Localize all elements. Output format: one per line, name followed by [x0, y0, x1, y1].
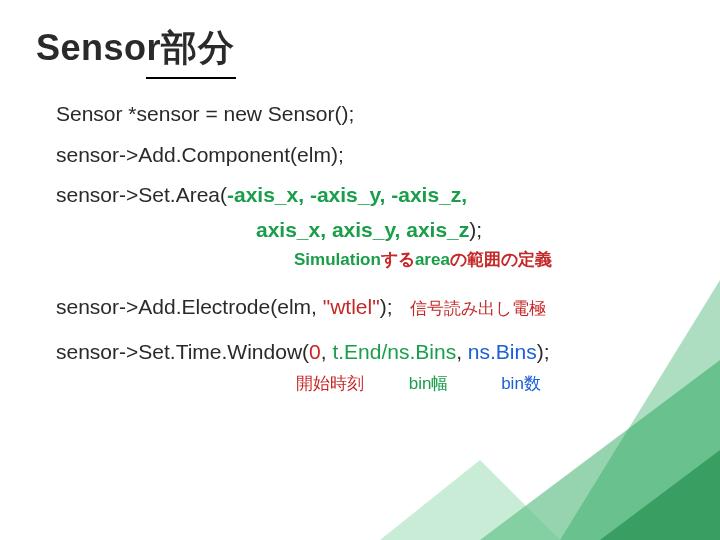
- code-text: );: [380, 295, 393, 318]
- code-line-addelectrode: sensor->Add.Electrode(elm, "wtlel"); 信号読…: [56, 291, 680, 324]
- code-text: );: [469, 218, 482, 241]
- code-text: ,: [456, 340, 468, 363]
- anno-text: area: [415, 250, 450, 269]
- decor-triangle: [380, 460, 560, 540]
- anno-text: Simulation: [294, 250, 381, 269]
- setarea-neg-args: -axis_x, -axis_y, -axis_z,: [227, 183, 467, 206]
- setarea-pos-args: axis_x, axis_y, axis_z: [256, 218, 469, 241]
- code-text: ,: [321, 340, 333, 363]
- code-line-settimewindow: sensor->Set.Time.Window(0, t.End/ns.Bins…: [56, 336, 680, 369]
- annotation-electrode: 信号読み出し電極: [410, 299, 546, 318]
- decor-triangle: [600, 450, 720, 540]
- code-line-setarea-2: axis_x, axis_y, axis_z);: [56, 214, 680, 247]
- label-bin-width: bin幅: [409, 372, 449, 395]
- code-line-new: Sensor *sensor = new Sensor();: [56, 98, 680, 131]
- tw-arg-binwidth: t.End/ns.Bins: [332, 340, 456, 363]
- tw-arg-start: 0: [309, 340, 321, 363]
- tw-arg-nbins: ns.Bins: [468, 340, 537, 363]
- anno-text: の範囲の定義: [450, 250, 552, 269]
- code-text: );: [537, 340, 550, 363]
- code-text: sensor->Add.Electrode(elm,: [56, 295, 323, 318]
- code-text: sensor->Set.Time.Window(: [56, 340, 309, 363]
- title-text: Sensor部分: [36, 27, 234, 68]
- slide: Sensor部分 Sensor *sensor = new Sensor(); …: [0, 0, 720, 540]
- label-bin-count: bin数: [501, 372, 541, 395]
- code-line-setarea-1: sensor->Set.Area(-axis_x, -axis_y, -axis…: [56, 179, 680, 212]
- anno-text: する: [381, 250, 415, 269]
- annotation-timewindow: 開始時刻 bin幅 bin数: [56, 372, 680, 395]
- electrode-arg: "wtlel": [323, 295, 380, 318]
- slide-title: Sensor部分: [36, 24, 234, 73]
- label-start-time: 開始時刻: [296, 372, 364, 395]
- code-line-addcomponent: sensor->Add.Component(elm);: [56, 139, 680, 172]
- title-underline: [146, 77, 236, 79]
- slide-body: Sensor *sensor = new Sensor(); sensor->A…: [56, 98, 680, 395]
- annotation-area: Simulationするareaの範囲の定義: [56, 248, 680, 271]
- code-text: sensor->Set.Area(: [56, 183, 227, 206]
